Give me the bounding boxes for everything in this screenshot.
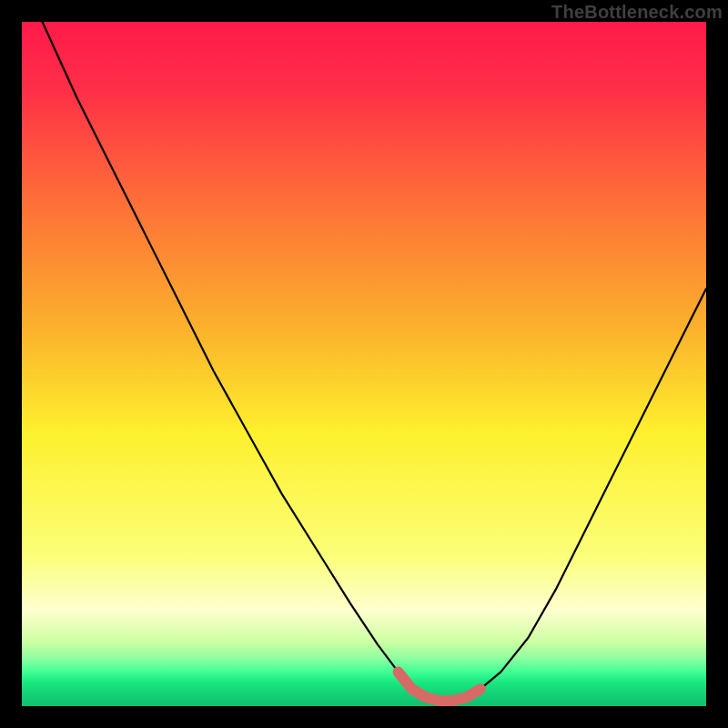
- gradient-background: [22, 22, 706, 706]
- chart-frame: TheBottleneck.com: [0, 0, 728, 728]
- bottleneck-chart: [22, 22, 706, 706]
- attribution-label: TheBottleneck.com: [551, 2, 723, 23]
